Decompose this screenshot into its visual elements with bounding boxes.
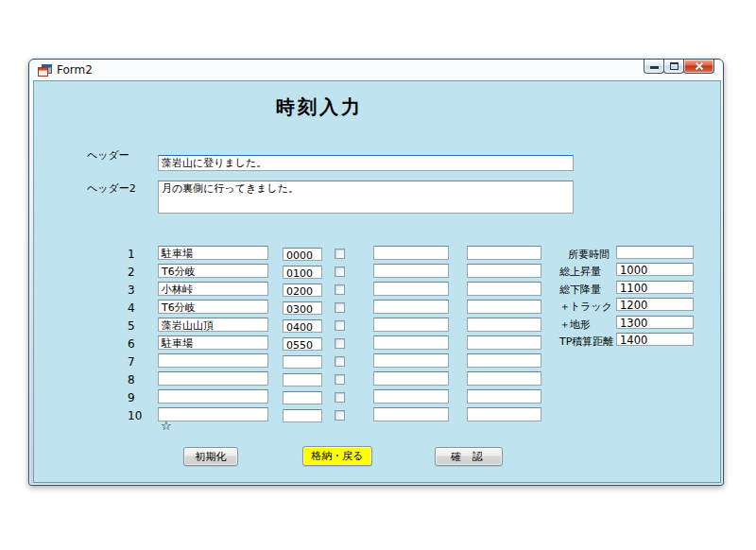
summary-row: 総下降量 1100 — [558, 281, 730, 298]
row-checkbox[interactable] — [335, 320, 345, 331]
row-time-input[interactable]: 0000 — [283, 248, 322, 261]
table-row: 6 駐車場 0550 — [125, 335, 545, 353]
summary-panel: 所要時間 総上昇量 1000 総下降量 1100 ＋トラック 1200 ＋地形 … — [558, 246, 730, 350]
row-number: 6 — [128, 337, 135, 351]
row-checkbox[interactable] — [335, 410, 345, 421]
desktop: Form2 時刻入力 ヘッダー 藻岩山に登りました。 ヘッダー2 月の裏側に行っ… — [0, 0, 756, 550]
row-number: 7 — [128, 355, 135, 369]
row-checkbox[interactable] — [335, 338, 345, 349]
row-name-input[interactable]: 駐車場 — [158, 335, 268, 350]
row-time-input[interactable] — [283, 409, 322, 422]
table-row: 3 小林峠 0200 — [125, 282, 545, 300]
header1-label: ヘッダー — [87, 148, 129, 163]
row-name-input[interactable] — [158, 407, 268, 421]
summary-row: TP積算距離 1400 — [558, 333, 730, 350]
row-checkbox[interactable] — [335, 392, 345, 403]
row-time-input[interactable] — [283, 391, 322, 404]
row-time-input[interactable]: 0200 — [283, 284, 322, 297]
header2-label: ヘッダー2 — [87, 181, 136, 196]
row-col5-input[interactable] — [467, 300, 541, 314]
confirm-button[interactable]: 確 認 — [435, 447, 503, 466]
summary-label: 所要時間 — [568, 248, 610, 262]
row-col5-input[interactable] — [467, 371, 541, 386]
row-col5-input[interactable] — [467, 282, 541, 296]
row-col4-input[interactable] — [373, 282, 449, 296]
maximize-button[interactable] — [663, 60, 684, 74]
row-checkbox[interactable] — [335, 374, 345, 385]
table-row: 5 藻岩山山頂 0400 — [125, 318, 545, 335]
row-name-input[interactable] — [158, 389, 268, 404]
close-button[interactable] — [683, 60, 714, 74]
row-col4-input[interactable] — [373, 389, 449, 404]
row-checkbox[interactable] — [335, 284, 345, 295]
minimize-button[interactable] — [644, 60, 664, 74]
table-row: 9 — [125, 389, 545, 407]
row-col4-input[interactable] — [373, 353, 449, 368]
summary-value-input[interactable]: 1200 — [616, 298, 694, 311]
row-col5-input[interactable] — [467, 353, 541, 368]
row-checkbox[interactable] — [335, 266, 345, 277]
page-title: 時刻入力 — [276, 95, 363, 120]
row-time-input[interactable] — [283, 355, 322, 369]
star-label: ☆ — [161, 419, 172, 433]
row-time-input[interactable] — [283, 373, 322, 387]
row-col5-input[interactable] — [467, 407, 541, 421]
row-number: 9 — [128, 391, 135, 404]
window-controls — [644, 60, 714, 74]
row-col5-input[interactable] — [467, 246, 541, 260]
row-col5-input[interactable] — [467, 335, 541, 350]
title-bar[interactable]: Form2 — [29, 60, 723, 80]
header2-input[interactable]: 月の裏側に行ってきました。 — [158, 180, 574, 214]
table-row: 7 — [125, 353, 545, 371]
summary-label: 総下降量 — [559, 283, 601, 297]
row-number: 8 — [128, 373, 135, 387]
summary-label: ＋地形 — [559, 318, 591, 332]
maximize-icon — [670, 62, 679, 70]
row-name-input[interactable]: 小林峠 — [158, 282, 268, 296]
table-row: 1 駐車場 0000 — [125, 246, 545, 264]
row-col4-input[interactable] — [373, 246, 449, 260]
row-time-input[interactable]: 0300 — [283, 301, 322, 315]
row-col5-input[interactable] — [467, 318, 541, 332]
waypoint-table: 1 駐車場 0000 2 T6分岐 0100 3 — [125, 246, 545, 425]
row-checkbox[interactable] — [335, 356, 345, 367]
row-col4-input[interactable] — [373, 318, 449, 332]
summary-value-input[interactable] — [616, 246, 694, 259]
row-name-input[interactable]: T6分岐 — [158, 300, 268, 314]
row-name-input[interactable]: T6分岐 — [158, 264, 268, 278]
summary-value-input[interactable]: 1400 — [616, 333, 694, 346]
row-name-input[interactable] — [158, 353, 268, 368]
row-name-input[interactable]: 駐車場 — [158, 246, 268, 260]
row-col4-input[interactable] — [373, 300, 449, 314]
row-col4-input[interactable] — [373, 264, 449, 278]
table-row: 4 T6分岐 0300 — [125, 300, 545, 318]
row-time-input[interactable]: 0550 — [283, 337, 322, 351]
row-checkbox[interactable] — [335, 249, 345, 259]
table-row: 2 T6分岐 0100 — [125, 264, 545, 282]
row-name-input[interactable]: 藻岩山山頂 — [158, 318, 268, 332]
store-return-button[interactable]: 格納・戻る — [302, 446, 372, 466]
row-col4-input[interactable] — [373, 371, 449, 386]
form-client-area: 時刻入力 ヘッダー 藻岩山に登りました。 ヘッダー2 月の裏側に行ってきました。… — [33, 80, 721, 483]
row-number: 3 — [128, 284, 135, 297]
table-row: 8 — [125, 371, 545, 389]
row-checkbox[interactable] — [335, 302, 345, 313]
summary-value-input[interactable]: 1300 — [616, 316, 694, 329]
summary-value-input[interactable]: 1100 — [616, 281, 694, 294]
summary-value-input[interactable]: 1000 — [616, 263, 694, 276]
row-time-input[interactable]: 0100 — [283, 266, 322, 279]
row-col5-input[interactable] — [467, 389, 541, 404]
row-number: 10 — [128, 409, 142, 422]
initialize-button[interactable]: 初期化 — [183, 447, 238, 466]
row-name-input[interactable] — [158, 371, 268, 386]
row-number: 1 — [128, 248, 135, 261]
row-col5-input[interactable] — [467, 264, 541, 278]
row-col4-input[interactable] — [373, 407, 449, 421]
summary-label: ＋トラック — [559, 300, 612, 314]
window-title: Form2 — [57, 63, 93, 77]
summary-row: 総上昇量 1000 — [558, 263, 730, 280]
row-time-input[interactable]: 0400 — [283, 319, 322, 333]
winforms-app-icon — [38, 64, 52, 77]
row-col4-input[interactable] — [373, 335, 449, 350]
header1-input[interactable]: 藻岩山に登りました。 — [158, 155, 574, 171]
